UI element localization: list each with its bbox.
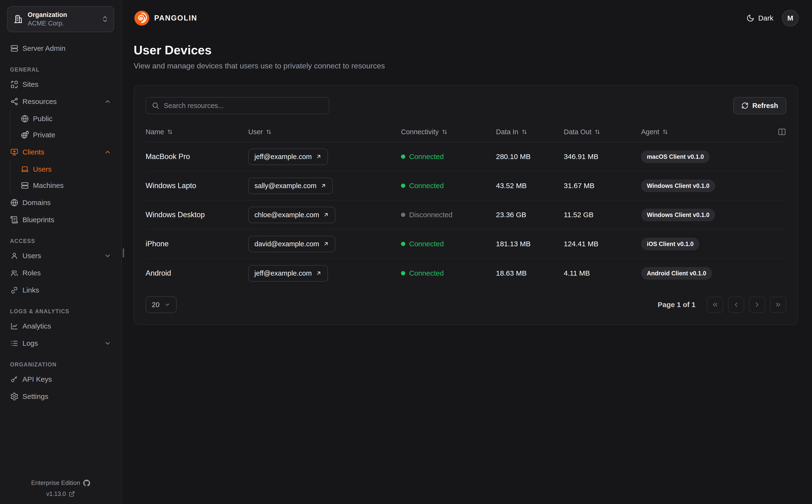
brand-name: PANGOLIN <box>154 14 197 22</box>
device-name: iPhone <box>145 240 248 248</box>
app-window: Organization ACME Corp. Server Admin GEN… <box>0 0 812 504</box>
sort-icon <box>167 129 173 135</box>
data-in-value: 23.36 GB <box>496 211 564 219</box>
device-name: Windows Lapto <box>145 181 248 190</box>
column-settings-button[interactable] <box>778 128 786 136</box>
github-icon[interactable] <box>83 479 90 487</box>
sidebar-item-users[interactable]: Users <box>7 248 114 263</box>
refresh-button[interactable]: Refresh <box>733 97 786 114</box>
devices-card: Refresh Name User Connectivity <box>134 85 798 325</box>
sidebar-item-machines[interactable]: Machines <box>10 178 114 193</box>
table-row: Windows Desktop chloe@example.com Discon… <box>145 201 786 230</box>
sidebar-item-label: Settings <box>22 392 48 401</box>
chart-line-icon <box>10 322 19 330</box>
column-header-data-out[interactable]: Data Out <box>564 128 641 136</box>
sidebar-item-public[interactable]: Public <box>10 111 114 126</box>
users-icon <box>10 269 19 277</box>
theme-toggle[interactable]: Dark <box>746 14 773 22</box>
table-row: Android jeff@example.com Connected 18.63… <box>145 259 786 288</box>
data-out-value: 11.52 GB <box>564 211 641 219</box>
device-name: MacBook Pro <box>145 152 248 161</box>
brand[interactable]: PANGOLIN <box>134 10 197 26</box>
scroll-icon <box>10 216 19 224</box>
column-header-agent[interactable]: Agent <box>641 128 767 136</box>
sites-icon <box>10 80 19 89</box>
sidebar-item-clients[interactable]: Clients <box>7 144 114 160</box>
user-email: jeff@example.com <box>255 153 312 161</box>
sidebar-item-logs[interactable]: Logs <box>7 336 114 351</box>
sidebar-item-analytics[interactable]: Analytics <box>7 319 114 334</box>
column-header-user[interactable]: User <box>248 128 401 136</box>
search-box <box>145 97 329 114</box>
sidebar-item-label: Logs <box>22 339 38 347</box>
column-header-connectivity[interactable]: Connectivity <box>401 128 496 136</box>
search-icon <box>152 102 159 109</box>
next-page-button[interactable] <box>749 297 765 313</box>
version-label: v1.13.0 <box>46 490 66 497</box>
globe-lock-icon <box>21 131 29 139</box>
arrow-up-right-icon <box>316 270 322 276</box>
sidebar-item-resources[interactable]: Resources <box>7 94 114 109</box>
monitor-up-icon <box>10 148 19 156</box>
column-header-data-in[interactable]: Data In <box>496 128 564 136</box>
section-label-organization: ORGANIZATION <box>10 361 114 368</box>
sidebar-item-links[interactable]: Links <box>7 283 114 298</box>
sidebar-resize-handle[interactable] <box>123 248 124 257</box>
sidebar: Organization ACME Corp. Server Admin GEN… <box>0 0 122 504</box>
user-link-button[interactable]: sally@example.com <box>248 178 333 194</box>
sidebar-item-label: Links <box>22 286 39 294</box>
user-email: sally@example.com <box>255 182 317 190</box>
sidebar-item-api-keys[interactable]: API Keys <box>7 372 114 387</box>
column-label: User <box>248 128 263 136</box>
user-link-button[interactable]: jeff@example.com <box>248 265 328 282</box>
sidebar-item-blueprints[interactable]: Blueprints <box>7 212 114 227</box>
sidebar-item-settings[interactable]: Settings <box>7 389 114 404</box>
data-out-value: 4.11 MB <box>564 269 641 277</box>
data-in-value: 280.10 MB <box>496 153 564 161</box>
sidebar-item-roles[interactable]: Roles <box>7 265 114 281</box>
sidebar-item-domains[interactable]: Domains <box>7 195 114 210</box>
connectivity-status: Connected <box>401 269 496 277</box>
chevron-down-icon <box>104 340 111 347</box>
user-icon <box>10 252 19 260</box>
connectivity-status: Disconnected <box>401 211 496 219</box>
page-title: User Devices <box>134 43 799 57</box>
column-label: Connectivity <box>401 128 439 136</box>
agent-badge: Android Client v0.1.0 <box>641 267 712 280</box>
sidebar-item-sites[interactable]: Sites <box>7 77 114 92</box>
chevron-left-icon <box>733 301 740 308</box>
device-name: Android <box>145 269 248 278</box>
org-selector[interactable]: Organization ACME Corp. <box>7 6 114 32</box>
globe-icon <box>10 198 19 207</box>
table-footer: 20 Page 1 of 1 <box>145 296 786 313</box>
sidebar-item-server-admin[interactable]: Server Admin <box>7 41 114 56</box>
status-dot-icon <box>401 242 405 246</box>
sidebar-item-private[interactable]: Private <box>10 127 114 143</box>
sidebar-item-label: Machines <box>33 181 63 190</box>
user-link-button[interactable]: david@example.com <box>248 236 335 252</box>
arrow-up-right-icon <box>320 183 327 189</box>
chevrons-right-icon <box>775 301 782 308</box>
column-header-name[interactable]: Name <box>145 128 248 136</box>
sidebar-footer: Enterprise Edition v1.13.0 <box>7 479 114 497</box>
page-size-select[interactable]: 20 <box>145 296 176 313</box>
avatar[interactable]: M <box>782 10 799 26</box>
previous-page-button[interactable] <box>728 297 744 313</box>
last-page-button[interactable] <box>770 297 786 313</box>
status-dot-icon <box>401 213 405 217</box>
user-email: david@example.com <box>255 240 319 248</box>
user-link-button[interactable]: jeff@example.com <box>248 149 328 165</box>
agent-badge: iOS Client v0.1.0 <box>641 238 699 250</box>
first-page-button[interactable] <box>707 297 723 313</box>
sidebar-item-client-users[interactable]: Users <box>10 162 114 177</box>
user-link-button[interactable]: chloe@example.com <box>248 207 335 223</box>
sidebar-item-label: Server Admin <box>22 44 65 52</box>
search-input[interactable] <box>164 102 323 110</box>
sidebar-item-label: Private <box>33 131 55 139</box>
column-label: Agent <box>641 128 659 136</box>
sidebar-item-label: Blueprints <box>22 216 54 224</box>
column-label: Name <box>145 128 164 136</box>
external-link-icon[interactable] <box>69 491 75 497</box>
refresh-label: Refresh <box>752 102 778 110</box>
chevron-up-icon <box>104 98 111 105</box>
